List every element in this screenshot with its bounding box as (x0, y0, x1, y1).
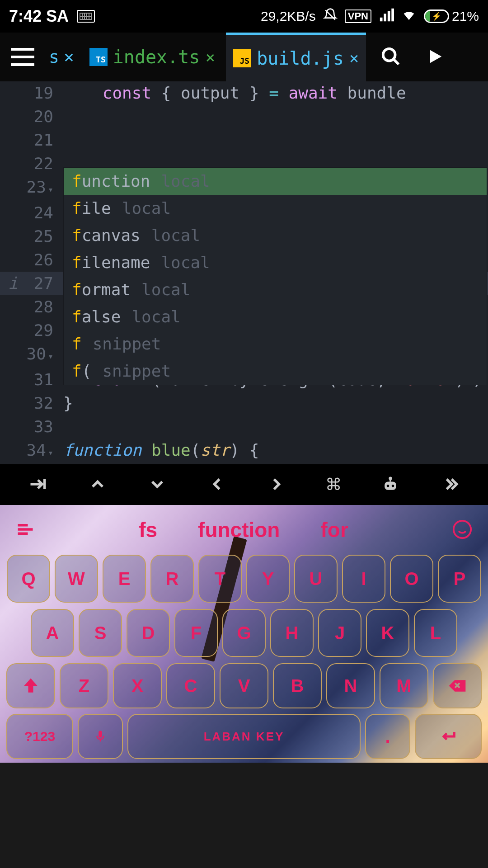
robot-icon[interactable] (380, 474, 400, 495)
key-l[interactable]: L (414, 609, 457, 657)
wifi-icon (401, 7, 417, 26)
key-z[interactable]: Z (60, 663, 108, 708)
svg-point-2 (389, 476, 392, 480)
vpn-badge: VPN (345, 9, 371, 23)
key-shift[interactable] (6, 663, 55, 708)
key-mic[interactable] (78, 714, 123, 759)
autocomplete-item[interactable]: formatlocal (64, 276, 487, 303)
key-backspace[interactable] (433, 663, 482, 708)
svg-point-3 (387, 484, 389, 487)
key-period[interactable]: . (365, 714, 410, 759)
tab-index-ts[interactable]: TS index.ts × (82, 33, 222, 81)
key-g[interactable]: G (222, 609, 266, 657)
key-k[interactable]: K (366, 609, 409, 657)
autocomplete-item[interactable]: filelocal (64, 195, 487, 222)
key-space[interactable]: LABAN KEY (127, 714, 361, 759)
suggestion[interactable]: for (320, 518, 348, 542)
more-icon[interactable] (440, 474, 460, 495)
command-icon[interactable]: ⌘ (326, 471, 340, 498)
key-m[interactable]: M (380, 663, 428, 708)
tab-key-icon[interactable] (28, 474, 48, 495)
key-q[interactable]: Q (7, 555, 50, 603)
autocomplete-item[interactable]: fcanvaslocal (64, 222, 487, 249)
line-number: 23▾ (0, 175, 63, 201)
key-v[interactable]: V (220, 663, 268, 708)
line-number: 32 (0, 392, 63, 415)
key-r[interactable]: R (150, 555, 194, 603)
line-number: 34▾ (0, 439, 63, 464)
key-e[interactable]: E (103, 555, 146, 603)
key-s[interactable]: S (79, 609, 122, 657)
typescript-icon: TS (89, 48, 108, 66)
line-number: 19 (0, 81, 63, 105)
shortcut-bar: ⌘ (0, 464, 488, 505)
notifications-muted-icon (323, 8, 338, 25)
line-number: 21 (0, 128, 63, 152)
svg-point-5 (454, 520, 471, 538)
key-t[interactable]: T (198, 555, 242, 603)
status-left: 7:42 SA (9, 7, 95, 26)
suggestion[interactable]: fs (139, 518, 157, 542)
key-a[interactable]: A (31, 609, 74, 657)
autocomplete-item[interactable]: falselocal (64, 303, 487, 330)
key-u[interactable]: U (294, 555, 338, 603)
close-icon[interactable]: × (205, 48, 215, 66)
close-icon[interactable]: × (349, 49, 359, 67)
autocomplete-item[interactable]: functionlocal (64, 168, 487, 195)
fold-icon: ▾ (48, 447, 53, 458)
close-icon[interactable]: × (64, 47, 74, 67)
battery-indicator: ⚡ 21% (424, 9, 479, 24)
search-icon[interactable] (380, 46, 401, 68)
key-h[interactable]: H (270, 609, 314, 657)
key-d[interactable]: D (127, 609, 170, 657)
key-enter[interactable] (415, 714, 482, 759)
fold-icon: ▾ (48, 351, 53, 362)
key-i[interactable]: I (342, 555, 385, 603)
code-editor[interactable]: 19 const { output } = await bundle 20 21… (0, 81, 488, 464)
key-p[interactable]: P (438, 555, 481, 603)
keyboard-indicator-icon (77, 10, 95, 23)
left-icon[interactable] (207, 474, 227, 495)
tab-bar: s × TS index.ts × JS build.js × (0, 33, 488, 81)
keyboard-row: A S D F G H J K L (0, 609, 488, 657)
autocomplete-item[interactable]: fsnippet (64, 330, 487, 358)
autocomplete-item[interactable]: f(snippet (64, 358, 487, 385)
key-b[interactable]: B (273, 663, 322, 708)
key-symbols[interactable]: ?123 (6, 714, 73, 759)
autocomplete-popup: functionlocal filelocal fcanvaslocal fil… (63, 167, 487, 385)
soft-keyboard: fs function for Q W E R T Y U I O P A S … (0, 505, 488, 763)
down-icon[interactable] (147, 474, 167, 495)
tab-partial[interactable]: s × (44, 47, 79, 67)
svg-rect-1 (385, 481, 396, 490)
info-icon: i (8, 272, 18, 295)
keyboard-menu-icon[interactable] (15, 519, 35, 541)
tab-label: build.js (257, 48, 344, 69)
keyboard-row: ?123 LABAN KEY . (0, 714, 488, 759)
network-speed: 29,2KB/s (261, 9, 316, 24)
battery-percent: 21% (452, 9, 479, 24)
fold-icon: ▾ (48, 184, 53, 195)
tab-build-js[interactable]: JS build.js × (226, 33, 366, 81)
emoji-icon[interactable] (452, 519, 473, 541)
code-line: function blue(str) { (63, 439, 488, 464)
key-y[interactable]: Y (246, 555, 290, 603)
line-number: i27 (0, 272, 63, 295)
right-icon[interactable] (267, 474, 286, 495)
line-number: 22 (0, 152, 63, 175)
menu-icon[interactable] (11, 48, 34, 66)
code-line: } (63, 392, 488, 415)
suggestion[interactable]: function (198, 518, 280, 542)
key-f[interactable]: F (174, 609, 218, 657)
key-x[interactable]: X (113, 663, 162, 708)
key-n[interactable]: N (326, 663, 375, 708)
key-j[interactable]: J (318, 609, 361, 657)
keyboard-row: Z X C V B N M (0, 663, 488, 708)
key-o[interactable]: O (390, 555, 433, 603)
up-icon[interactable] (88, 474, 108, 495)
run-icon[interactable] (427, 48, 444, 66)
status-right: 29,2KB/s VPN ⚡ 21% (261, 7, 479, 26)
key-c[interactable]: C (166, 663, 215, 708)
line-number: 28 (0, 295, 63, 319)
autocomplete-item[interactable]: filenamelocal (64, 249, 487, 276)
key-w[interactable]: W (55, 555, 98, 603)
